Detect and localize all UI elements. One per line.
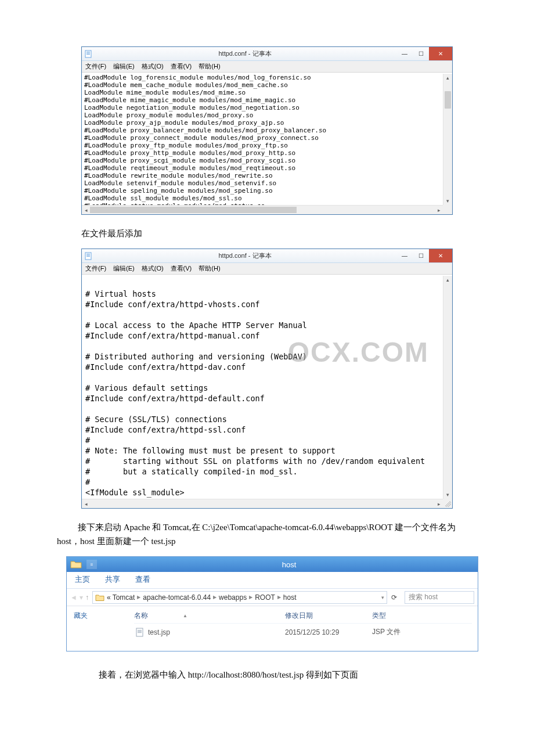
scroll-down-icon[interactable]: ▾ xyxy=(443,197,452,205)
file-name: test.jsp xyxy=(148,628,170,636)
svg-rect-10 xyxy=(138,631,142,632)
notepad-window-2: httpd.conf - 记事本 — ☐ ✕ 文件(F) 编辑(E) 格式(O)… xyxy=(81,249,453,509)
close-button[interactable]: ✕ xyxy=(429,249,452,262)
editor-content[interactable]: #LoadModule log_forensic_module modules/… xyxy=(82,73,452,205)
titlebar[interactable]: httpd.conf - 记事本 — ☐ ✕ xyxy=(82,249,452,263)
ribbon-tabs: 主页 共享 查看 xyxy=(67,572,478,589)
breadcrumb-item[interactable]: apache-tomcat-6.0.44 xyxy=(143,593,211,602)
scroll-left-icon[interactable]: ◂ xyxy=(82,501,90,507)
menu-view[interactable]: 查看(V) xyxy=(171,264,192,273)
favorites-label: 藏夹 xyxy=(74,611,88,620)
svg-rect-3 xyxy=(86,54,90,55)
quick-access-dropdown[interactable]: ≡ xyxy=(86,560,97,569)
explorer-window: ≡ host 主页 共享 查看 ◄ ▾ ↑ « Tomcat▶ apache-t… xyxy=(66,556,478,651)
scroll-down-icon[interactable]: ▾ xyxy=(443,491,452,499)
menu-view[interactable]: 查看(V) xyxy=(171,62,192,71)
refresh-button[interactable]: ⟳ xyxy=(387,593,401,602)
scrollbar-vertical[interactable]: ▴ ▾ xyxy=(443,276,452,499)
scroll-right-icon[interactable]: ▸ xyxy=(435,501,443,507)
menu-format[interactable]: 格式(O) xyxy=(142,264,164,273)
menu-edit[interactable]: 编辑(E) xyxy=(113,62,135,71)
scroll-up-icon[interactable]: ▴ xyxy=(443,74,452,82)
menu-help[interactable]: 帮助(H) xyxy=(199,264,220,273)
svg-rect-1 xyxy=(86,52,90,52)
breadcrumb-item[interactable]: webapps xyxy=(219,593,247,602)
menubar: 文件(F) 编辑(E) 格式(O) 查看(V) 帮助(H) xyxy=(82,263,452,275)
svg-rect-2 xyxy=(86,53,90,53)
scrollbar-vertical[interactable]: ▴ ▾ xyxy=(443,74,452,205)
col-date[interactable]: 修改日期 xyxy=(285,611,372,621)
address-bar-row: ◄ ▾ ↑ « Tomcat▶ apache-tomcat-6.0.44▶ we… xyxy=(67,589,478,606)
menu-format[interactable]: 格式(O) xyxy=(142,62,164,71)
notepad-window-1: httpd.conf - 记事本 — ☐ ✕ 文件(F) 编辑(E) 格式(O)… xyxy=(81,46,453,215)
nav-pane[interactable]: 藏夹 xyxy=(67,606,99,651)
sort-asc-icon[interactable]: ▲ xyxy=(183,613,187,618)
svg-rect-9 xyxy=(138,630,142,631)
menu-file[interactable]: 文件(F) xyxy=(85,264,106,273)
tab-share[interactable]: 共享 xyxy=(105,574,120,585)
window-title: httpd.conf - 记事本 xyxy=(93,49,396,58)
search-placeholder: 搜索 host xyxy=(409,592,438,602)
nav-back-icon[interactable]: ◄ xyxy=(70,593,77,602)
explorer-title: host xyxy=(100,560,478,569)
file-row[interactable]: test.jsp 2015/12/25 10:29 JSP 文件 xyxy=(134,624,472,640)
editor-content[interactable]: # Virtual hosts #Include conf/extra/http… xyxy=(82,275,452,499)
maximize-button[interactable]: ☐ xyxy=(413,47,429,60)
search-input[interactable]: 搜索 host xyxy=(405,591,474,604)
scroll-thumb-h[interactable] xyxy=(90,207,297,213)
menu-edit[interactable]: 编辑(E) xyxy=(113,264,135,273)
folder-icon xyxy=(70,560,82,569)
svg-rect-11 xyxy=(138,632,142,633)
col-name[interactable]: 名称 xyxy=(134,611,148,621)
scroll-left-icon[interactable]: ◂ xyxy=(82,207,90,213)
file-icon xyxy=(135,628,145,637)
resize-grip-icon[interactable] xyxy=(445,501,451,507)
scroll-corner xyxy=(443,499,452,508)
column-headers[interactable]: 名称▲ 修改日期 类型 xyxy=(134,609,472,624)
nav-dropdown-icon[interactable]: ▾ xyxy=(80,593,83,602)
menu-file[interactable]: 文件(F) xyxy=(85,62,106,71)
maximize-button[interactable]: ☐ xyxy=(413,249,429,262)
breadcrumb-item[interactable]: « Tomcat xyxy=(107,593,135,602)
col-type[interactable]: 类型 xyxy=(372,611,472,621)
minimize-button[interactable]: — xyxy=(396,249,413,262)
breadcrumb-item[interactable]: host xyxy=(283,593,297,602)
file-list[interactable]: 名称▲ 修改日期 类型 test.jsp 2015/12/25 10:29 JS… xyxy=(99,606,478,651)
file-pane: 藏夹 名称▲ 修改日期 类型 test.jsp 2015/12/25 10:29… xyxy=(67,606,478,651)
explorer-titlebar[interactable]: ≡ host xyxy=(67,557,478,572)
folder-icon xyxy=(95,593,104,602)
scrollbar-horizontal[interactable]: ◂ ▸ xyxy=(82,499,443,508)
svg-rect-7 xyxy=(86,256,90,257)
scroll-right-icon[interactable]: ▸ xyxy=(435,207,443,213)
window-title: httpd.conf - 记事本 xyxy=(93,251,396,260)
paragraph-1: 在文件最后添加 xyxy=(81,226,453,240)
scroll-thumb[interactable] xyxy=(445,91,451,109)
paragraph-2: 接下来启动 Apache 和 Tomcat,在 C:\j2ee\Tomcat\a… xyxy=(57,520,464,548)
svg-rect-5 xyxy=(86,254,90,254)
breadcrumb-dropdown-icon[interactable]: ▾ xyxy=(381,595,384,600)
paragraph-3: 接着，在浏览器中输入 http://localhost:8080/host/te… xyxy=(81,668,453,682)
breadcrumb-item[interactable]: ROOT xyxy=(255,593,275,602)
tab-view[interactable]: 查看 xyxy=(135,574,150,585)
file-date: 2015/12/25 10:29 xyxy=(285,628,372,636)
svg-rect-6 xyxy=(86,255,90,255)
tab-home[interactable]: 主页 xyxy=(75,574,90,585)
notepad-icon xyxy=(84,251,93,261)
menubar: 文件(F) 编辑(E) 格式(O) 查看(V) 帮助(H) xyxy=(82,61,452,73)
minimize-button[interactable]: — xyxy=(396,47,413,60)
scroll-corner xyxy=(443,205,452,214)
titlebar[interactable]: httpd.conf - 记事本 — ☐ ✕ xyxy=(82,47,452,61)
nav-up-icon[interactable]: ↑ xyxy=(85,593,89,602)
notepad-icon xyxy=(84,49,93,59)
menu-help[interactable]: 帮助(H) xyxy=(199,62,220,71)
scroll-up-icon[interactable]: ▴ xyxy=(443,276,452,284)
breadcrumb-bar[interactable]: « Tomcat▶ apache-tomcat-6.0.44▶ webapps▶… xyxy=(92,591,387,604)
close-button[interactable]: ✕ xyxy=(429,47,452,60)
file-type: JSP 文件 xyxy=(372,627,472,637)
scrollbar-horizontal[interactable]: ◂ ▸ xyxy=(82,205,443,214)
